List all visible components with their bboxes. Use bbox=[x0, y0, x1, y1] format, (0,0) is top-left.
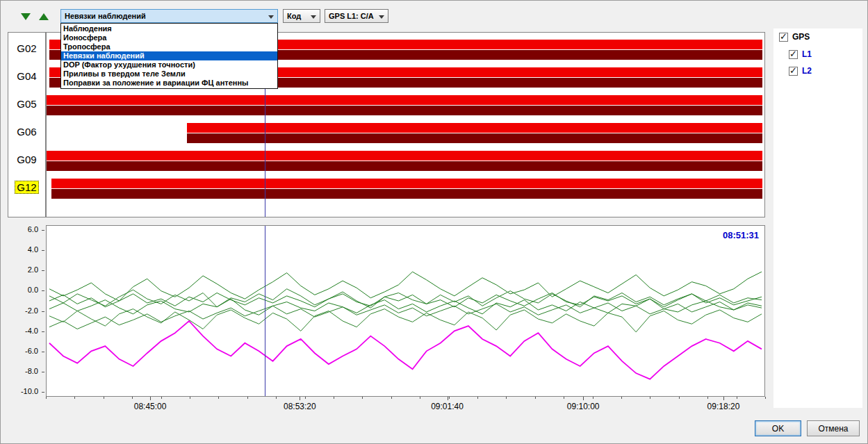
green-triangle-up-icon[interactable] bbox=[37, 10, 51, 23]
x-minor-tick bbox=[104, 397, 104, 399]
triangle-down-glyph bbox=[21, 13, 31, 20]
satellite-label-G04[interactable]: G04 bbox=[15, 70, 38, 82]
dropdown-item-4[interactable]: DOP (Фактор ухудшения точности) bbox=[61, 60, 277, 69]
chevron-down-icon bbox=[311, 15, 316, 19]
dropdown-item-1[interactable]: Ионосфера bbox=[61, 33, 277, 42]
series-green-6 bbox=[49, 302, 762, 329]
x-minor-tick bbox=[362, 397, 363, 399]
checkbox-icon[interactable]: ✓ bbox=[789, 50, 798, 59]
plot-type-select[interactable]: Невязки наблюдений bbox=[60, 9, 278, 23]
checkmark-icon: ✓ bbox=[789, 49, 797, 59]
x-minor-tick bbox=[190, 397, 190, 399]
satellite-label-row: G09 bbox=[8, 154, 45, 166]
sat-bar-G12-L1[interactable] bbox=[51, 179, 762, 188]
measurement-value: Код bbox=[287, 12, 301, 20]
y-tick-label: -6.0 bbox=[25, 347, 38, 355]
y-tick-mark bbox=[42, 392, 44, 393]
checkbox-gps[interactable]: ✓ GPS bbox=[779, 32, 810, 42]
satellite-label-row: G05 bbox=[8, 98, 45, 110]
x-minor-tick bbox=[391, 397, 392, 399]
x-tick-label: 09:10:00 bbox=[567, 402, 600, 411]
x-major-tick bbox=[448, 397, 448, 400]
satellite-label-G06[interactable]: G06 bbox=[15, 126, 38, 138]
cancel-button[interactable]: Отмена bbox=[807, 420, 860, 436]
x-minor-tick bbox=[477, 397, 478, 399]
x-minor-tick bbox=[218, 397, 219, 399]
x-minor-tick bbox=[593, 397, 593, 399]
sat-bar-G06-L1[interactable] bbox=[187, 123, 762, 133]
x-minor-tick bbox=[737, 397, 737, 399]
checkbox-l1[interactable]: ✓ L1 bbox=[789, 49, 812, 59]
y-tick-mark bbox=[42, 331, 44, 332]
x-major-tick bbox=[723, 397, 724, 400]
x-tick-label: 09:18:20 bbox=[707, 402, 740, 411]
satellite-label-row: G04 bbox=[8, 70, 45, 83]
x-major-tick bbox=[583, 397, 584, 400]
cursor-time-label: 08:51:31 bbox=[723, 230, 759, 240]
signal-value: GPS L1: C/A bbox=[329, 12, 374, 20]
x-minor-tick bbox=[564, 397, 564, 399]
y-tick-mark bbox=[42, 250, 44, 251]
sat-bar-G05-L2[interactable] bbox=[47, 106, 762, 115]
x-tick-label: 08:53:20 bbox=[284, 402, 316, 411]
chevron-down-icon bbox=[268, 15, 274, 19]
dropdown-item-0[interactable]: Наблюдения bbox=[61, 24, 277, 33]
y-axis-labels: 6.04.02.00.0-2.0-4.0-6.0-8.0-10.0 bbox=[1, 225, 44, 397]
time-cursor-line[interactable] bbox=[265, 226, 265, 396]
dropdown-item-2[interactable]: Тропосфера bbox=[61, 42, 277, 51]
checkbox-icon[interactable]: ✓ bbox=[789, 67, 798, 76]
x-minor-tick bbox=[449, 397, 450, 399]
checkmark-icon: ✓ bbox=[789, 65, 797, 76]
signal-select[interactable]: GPS L1: C/A bbox=[325, 9, 388, 23]
y-tick-mark bbox=[42, 311, 44, 312]
satellite-label-G02[interactable]: G02 bbox=[15, 42, 38, 54]
satellite-label-G09[interactable]: G09 bbox=[15, 154, 38, 165]
x-minor-tick bbox=[650, 397, 650, 399]
y-tick-label: -4.0 bbox=[25, 327, 38, 335]
dropdown-item-5[interactable]: Приливы в твердом теле Земли bbox=[61, 69, 277, 79]
y-tick-mark bbox=[42, 290, 44, 291]
x-minor-tick bbox=[621, 397, 622, 399]
series-magenta-selected bbox=[49, 321, 762, 379]
checkbox-icon[interactable]: ✓ bbox=[779, 33, 788, 42]
sat-bar-G06-L2[interactable] bbox=[187, 133, 762, 143]
ok-button[interactable]: OK bbox=[755, 420, 801, 436]
y-tick-label: -8.0 bbox=[25, 367, 38, 375]
satellite-label-G05[interactable]: G05 bbox=[15, 98, 38, 110]
green-triangle-down-icon[interactable] bbox=[19, 10, 33, 23]
x-minor-tick bbox=[679, 397, 680, 399]
plot-type-dropdown-list: НаблюденияИоносфераТропосфераНевязки наб… bbox=[60, 23, 278, 89]
sat-bar-G09-L2[interactable] bbox=[47, 161, 762, 171]
y-tick-label: 2.0 bbox=[28, 265, 38, 274]
sat-bar-G09-L1[interactable] bbox=[47, 151, 762, 161]
app-window: Невязки наблюдений Код GPS L1: C/A ✓ GPS… bbox=[0, 0, 868, 444]
satellite-label-row: G06 bbox=[8, 126, 45, 138]
dropdown-item-6[interactable]: Поправки за положение и вариации ФЦ анте… bbox=[61, 79, 277, 88]
y-tick-mark bbox=[42, 352, 44, 352]
x-tick-label: 09:01:40 bbox=[431, 402, 464, 411]
y-tick-label: 4.0 bbox=[28, 245, 38, 254]
y-tick-label: 0.0 bbox=[28, 286, 38, 294]
sat-bar-G12-L2[interactable] bbox=[51, 189, 762, 199]
checkmark-icon: ✓ bbox=[780, 31, 787, 42]
measurement-select[interactable]: Код bbox=[283, 9, 320, 23]
x-minor-tick bbox=[276, 397, 277, 399]
sat-bar-G05-L1[interactable] bbox=[47, 95, 762, 105]
y-tick-label: -2.0 bbox=[25, 306, 38, 315]
x-minor-tick bbox=[161, 397, 162, 399]
signal-filter-panel: ✓ GPS ✓ L1 ✓ L2 bbox=[773, 28, 862, 408]
checkbox-l2[interactable]: ✓ L2 bbox=[789, 66, 812, 76]
y-tick-mark bbox=[42, 270, 44, 271]
x-minor-tick bbox=[334, 397, 334, 399]
dropdown-item-3[interactable]: Невязки наблюдений bbox=[61, 51, 277, 60]
y-tick-label: -10.0 bbox=[21, 387, 38, 395]
x-minor-tick bbox=[247, 397, 248, 399]
checkbox-gps-label: GPS bbox=[792, 32, 810, 42]
residuals-plot[interactable]: 08:51:31 bbox=[46, 225, 765, 397]
series-green-2 bbox=[49, 289, 762, 308]
x-minor-tick bbox=[46, 397, 47, 399]
x-tick-label: 08:45:00 bbox=[134, 402, 167, 411]
satellite-label-G12[interactable]: G12 bbox=[15, 181, 38, 194]
y-tick-mark bbox=[42, 230, 44, 231]
satellite-labels: G02G04G05G06G09G12 bbox=[8, 32, 46, 217]
